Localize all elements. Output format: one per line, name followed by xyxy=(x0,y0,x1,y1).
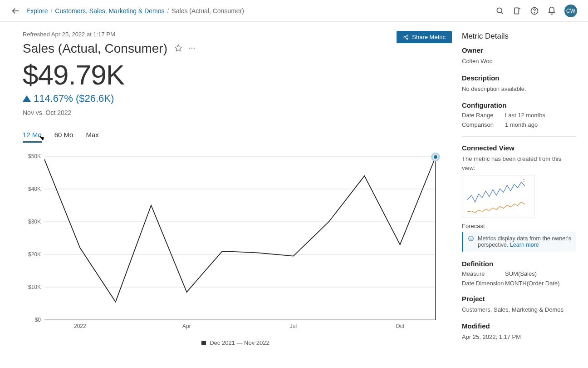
date-dim-value: MONTH(Order Date) xyxy=(505,280,560,287)
project-link[interactable]: Customers, Sales, Marketing & Demos xyxy=(462,305,576,314)
svg-point-8 xyxy=(191,47,193,49)
svg-rect-30 xyxy=(524,179,524,180)
breadcrumb-root[interactable]: Explore xyxy=(26,7,48,15)
breadcrumb-sep: / xyxy=(167,7,169,15)
title-actions xyxy=(174,44,196,54)
svg-text:Oct: Oct xyxy=(396,323,404,329)
tab-60mo[interactable]: 60 Mo xyxy=(54,131,74,143)
comparison-key: Comparison xyxy=(462,121,505,128)
more-icon[interactable] xyxy=(187,44,196,54)
section-definition: Definition Measure SUM(Sales) Date Dimen… xyxy=(462,260,576,287)
sidebar: Metric Details Owner Colten Woo Descript… xyxy=(462,22,588,368)
svg-point-3 xyxy=(534,12,535,13)
callout-body: Metrics display data from the owner's pe… xyxy=(478,235,572,248)
new-item-icon[interactable] xyxy=(513,6,522,15)
date-range-value: Last 12 months xyxy=(505,112,545,119)
breadcrumb-sep: / xyxy=(50,7,52,15)
svg-rect-31 xyxy=(524,181,524,182)
owner-link[interactable]: Colten Woo xyxy=(462,57,576,66)
section-modified: Modified Apr 25, 2022, 1:17 PM xyxy=(462,322,576,342)
svg-text:Apr: Apr xyxy=(182,323,191,329)
legend-label: Dec 2021 — Nov 2022 xyxy=(210,339,270,346)
svg-rect-1 xyxy=(514,8,519,14)
row-date-range: Date Range Last 12 months xyxy=(462,112,576,119)
svg-text:Jul: Jul xyxy=(290,323,297,329)
tab-12mo[interactable]: 12 Mo xyxy=(23,131,42,143)
main-panel: Share Metric Refreshed Apr 25, 2022 at 1… xyxy=(0,22,462,368)
avatar[interactable]: CW xyxy=(564,5,577,17)
legend-swatch xyxy=(201,341,206,345)
measure-value: SUM(Sales) xyxy=(505,270,537,277)
delta-row: 114.67% ($26.6K) xyxy=(23,93,448,104)
connected-view-heading: Connected View xyxy=(462,144,576,152)
measure-key: Measure xyxy=(462,270,505,277)
chart-area: $0$10K$20K$30K$40K$50K2022AprJulOct xyxy=(23,152,448,335)
svg-text:$30K: $30K xyxy=(28,219,41,225)
bell-icon[interactable] xyxy=(547,6,556,15)
chart-legend: Dec 2021 — Nov 2022 xyxy=(23,339,448,346)
section-configuration: Configuration Date Range Last 12 months … xyxy=(462,101,576,128)
modified-heading: Modified xyxy=(462,322,576,330)
learn-more-link[interactable]: Learn more xyxy=(510,242,539,248)
info-callout: Metrics display data from the owner's pe… xyxy=(462,232,576,252)
topbar-right: CW xyxy=(495,5,577,17)
svg-text:$40K: $40K xyxy=(28,186,41,192)
back-button[interactable] xyxy=(11,6,21,16)
up-triangle-icon xyxy=(23,95,31,102)
search-icon[interactable] xyxy=(495,6,505,15)
metric-line-chart[interactable]: $0$10K$20K$30K$40K$50K2022AprJulOct xyxy=(23,152,445,333)
forecast-link[interactable]: Forecast xyxy=(462,222,576,231)
content: Share Metric Refreshed Apr 25, 2022 at 1… xyxy=(0,22,588,368)
svg-point-7 xyxy=(189,47,191,49)
info-icon xyxy=(468,235,474,248)
description-text: No description available. xyxy=(462,85,576,94)
breadcrumb-parent[interactable]: Customers, Sales, Marketing & Demos xyxy=(55,7,164,15)
date-dim-key: Date Dimension xyxy=(462,280,505,287)
page-title: Sales (Actual, Consumer) xyxy=(23,41,167,56)
connected-view-thumbnail[interactable] xyxy=(462,175,534,218)
svg-text:$20K: $20K xyxy=(28,251,41,258)
breadcrumb: Explore / Customers, Sales, Marketing & … xyxy=(26,7,244,15)
svg-text:2022: 2022 xyxy=(74,323,86,329)
configuration-heading: Configuration xyxy=(462,101,576,109)
svg-point-9 xyxy=(194,47,195,49)
connected-view-text: The metric has been created from this vi… xyxy=(462,154,576,172)
share-metric-button[interactable]: Share Metric xyxy=(397,31,452,43)
section-connected-view: Connected View The metric has been creat… xyxy=(462,144,576,252)
svg-point-29 xyxy=(433,155,438,159)
description-heading: Description xyxy=(462,74,576,82)
tab-max[interactable]: Max xyxy=(86,131,98,143)
breadcrumb-current: Sales (Actual, Consumer) xyxy=(172,7,244,15)
title-row: Sales (Actual, Consumer) xyxy=(23,41,448,56)
sidebar-header: Metric Details xyxy=(462,32,576,41)
compare-label: Nov vs. Oct 2022 xyxy=(23,109,448,116)
section-owner: Owner Colten Woo xyxy=(462,46,576,66)
star-icon[interactable] xyxy=(174,44,183,54)
svg-text:$0: $0 xyxy=(35,317,41,323)
section-project: Project Customers, Sales, Marketing & De… xyxy=(462,295,576,314)
refreshed-text: Refreshed Apr 25, 2022 at 1:17 PM xyxy=(23,31,448,38)
date-range-key: Date Range xyxy=(462,112,505,119)
row-measure: Measure SUM(Sales) xyxy=(462,270,576,277)
svg-text:$10K: $10K xyxy=(28,284,41,290)
project-heading: Project xyxy=(462,295,576,303)
comparison-value: 1 month ago xyxy=(505,121,538,128)
owner-heading: Owner xyxy=(462,46,576,54)
metric-value: $49.79K xyxy=(23,59,448,91)
modified-value: Apr 25, 2022, 1:17 PM xyxy=(462,333,576,342)
range-tabs: 12 Mo 60 Mo Max xyxy=(23,131,448,143)
svg-point-0 xyxy=(497,8,502,13)
topbar: Explore / Customers, Sales, Marketing & … xyxy=(0,0,588,22)
help-icon[interactable] xyxy=(530,6,539,15)
divider xyxy=(462,136,576,137)
row-date-dimension: Date Dimension MONTH(Order Date) xyxy=(462,280,576,287)
section-description: Description No description available. xyxy=(462,74,576,94)
topbar-left: Explore / Customers, Sales, Marketing & … xyxy=(11,6,244,16)
row-comparison: Comparison 1 month ago xyxy=(462,121,576,128)
share-label: Share Metric xyxy=(412,34,446,40)
svg-text:$50K: $50K xyxy=(28,153,41,159)
definition-heading: Definition xyxy=(462,260,576,268)
delta-text: 114.67% ($26.6K) xyxy=(34,93,114,104)
